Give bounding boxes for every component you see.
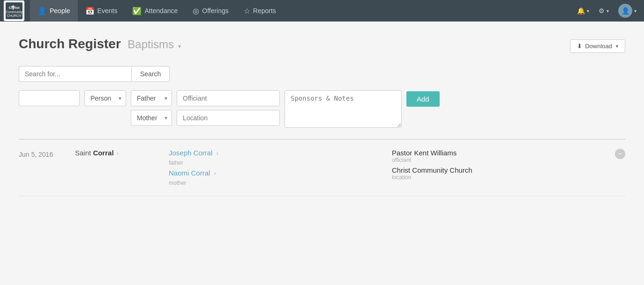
nav-attendance-label: Attendance — [144, 7, 178, 15]
remove-button[interactable]: − — [615, 149, 625, 159]
record-name-chevron[interactable]: › — [117, 149, 119, 157]
mother-select-wrapper: Mother — [131, 110, 172, 126]
officiant-item: Pastor Kent Williams officiant — [392, 149, 615, 163]
search-bar: Search — [19, 66, 625, 82]
search-button[interactable]: Search — [131, 66, 170, 82]
mother-chevron[interactable]: › — [214, 169, 216, 177]
add-form-row: Jun 8, 2016 Person Father Mother — [19, 90, 625, 128]
sponsors-notes-textarea[interactable] — [285, 90, 402, 128]
father-link[interactable]: Joseph Corral — [169, 149, 212, 157]
person-select[interactable]: Person — [84, 90, 126, 106]
nav-attendance[interactable]: ✅ Attendance — [125, 0, 185, 22]
officiant-name: Pastor Kent Williams — [392, 149, 615, 157]
bell-icon: 🔔 — [577, 7, 585, 15]
page-title-sub: Baptisms ▾ — [127, 38, 180, 51]
search-button-label: Search — [140, 70, 161, 78]
offerings-icon: ◎ — [193, 7, 199, 15]
download-icon: ⬇ — [577, 43, 582, 50]
star-icon: ☆ — [244, 7, 250, 15]
mother-link[interactable]: Naomi Corral — [169, 169, 210, 177]
download-dropdown-arrow: ▾ — [616, 44, 618, 49]
download-label: Download — [585, 43, 612, 50]
records-list: Jun 5, 2016 Saint Corral › Joseph Corral… — [19, 139, 625, 196]
main-content: Church Register Baptisms ▾ ⬇ Download ▾ … — [0, 22, 644, 285]
notifications-dropdown-arrow: ▾ — [587, 8, 589, 14]
father-select-wrapper: Father — [131, 90, 172, 106]
settings-button[interactable]: ⚙ ▾ — [595, 0, 613, 22]
record-mother-item: Naomi Corral › — [169, 169, 392, 177]
settings-dropdown-arrow: ▾ — [607, 8, 609, 14]
register-type-dropdown-arrow[interactable]: ▾ — [178, 43, 181, 50]
record-parents-col: Joseph Corral › father Naomi Corral › mo… — [169, 149, 392, 186]
nav-reports[interactable]: ☆ Reports — [236, 0, 284, 22]
nav-events-label: Events — [97, 7, 118, 15]
svg-text:Community: Community — [6, 10, 22, 14]
people-icon: 👤 — [37, 7, 47, 15]
avatar: 👤 — [618, 4, 632, 18]
add-button-label: Add — [417, 95, 429, 103]
nav-offerings[interactable]: ◎ Offerings — [185, 0, 236, 22]
user-dropdown-arrow: ▾ — [634, 8, 637, 14]
father-label: father — [169, 160, 392, 166]
nav-offerings-label: Offerings — [202, 7, 229, 15]
nav-people[interactable]: 👤 People — [30, 0, 78, 22]
location-item: Christ Community Church location — [392, 166, 615, 181]
table-row: Jun 5, 2016 Saint Corral › Joseph Corral… — [19, 139, 625, 196]
logo[interactable]: Christ Community CHURCH — [4, 0, 24, 21]
check-icon: ✅ — [132, 7, 142, 15]
location-input[interactable] — [177, 110, 280, 126]
father-select[interactable]: Father — [131, 90, 172, 106]
location-label: location — [392, 174, 615, 181]
record-name-col: Saint Corral › — [75, 149, 169, 157]
navbar: Christ Community CHURCH 👤 People 📅 Event… — [0, 0, 644, 22]
nav-reports-label: Reports — [253, 7, 276, 15]
father-chevron[interactable]: › — [216, 149, 218, 157]
father-mother-column: Father Mother — [131, 90, 172, 126]
svg-text:CHURCH: CHURCH — [7, 14, 21, 17]
mother-select[interactable]: Mother — [131, 110, 172, 126]
calendar-icon: 📅 — [85, 7, 95, 15]
officiant-location-column — [177, 90, 280, 126]
download-button[interactable]: ⬇ Download ▾ — [570, 39, 625, 53]
page-header: Church Register Baptisms ▾ ⬇ Download ▾ — [19, 37, 625, 53]
page-title: Church Register Baptisms ▾ — [19, 37, 181, 51]
record-name: Saint Corral — [75, 149, 114, 157]
add-button[interactable]: Add — [406, 91, 440, 107]
record-date: Jun 5, 2016 — [19, 149, 75, 158]
mother-label: mother — [169, 180, 392, 186]
person-select-wrapper: Person — [84, 90, 126, 106]
page-title-main: Church Register — [19, 37, 121, 51]
minus-icon: − — [618, 150, 622, 158]
nav-items: 👤 People 📅 Events ✅ Attendance ◎ Offerin… — [30, 0, 573, 22]
search-input[interactable] — [19, 66, 131, 82]
officiant-input[interactable] — [177, 90, 280, 106]
officiant-label: officiant — [392, 157, 615, 163]
notifications-button[interactable]: 🔔 ▾ — [573, 0, 593, 22]
date-input[interactable]: Jun 8, 2016 — [19, 90, 80, 106]
gear-icon: ⚙ — [599, 7, 605, 15]
location-name: Christ Community Church — [392, 166, 615, 174]
nav-people-label: People — [50, 7, 70, 15]
user-menu[interactable]: 👤 ▾ — [614, 0, 640, 22]
record-father-item: Joseph Corral › — [169, 149, 392, 157]
navbar-right: 🔔 ▾ ⚙ ▾ 👤 ▾ — [573, 0, 640, 22]
record-officiant-col: Pastor Kent Williams officiant Christ Co… — [392, 149, 615, 181]
nav-events[interactable]: 📅 Events — [78, 0, 125, 22]
